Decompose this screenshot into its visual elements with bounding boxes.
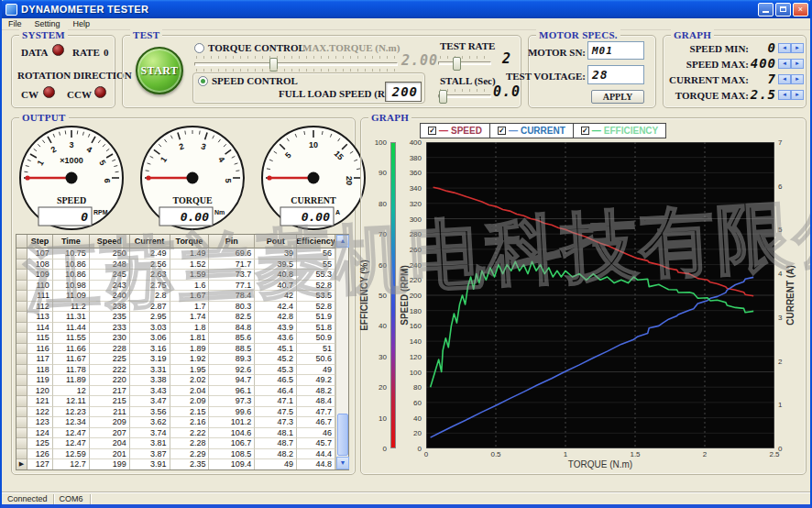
- table-row[interactable]: 11911.892203.382.0294.746.549.2: [16, 375, 335, 386]
- table-cell: 12.47: [53, 428, 90, 439]
- legend-item-current[interactable]: ✓—CURRENT: [490, 124, 574, 138]
- row-selector[interactable]: [16, 354, 27, 365]
- row-selector[interactable]: [16, 312, 27, 323]
- scroll-down-button[interactable]: ▼: [336, 457, 349, 469]
- table-row[interactable]: 11611.662283.161.8988.545.151: [16, 344, 335, 355]
- row-selector[interactable]: [16, 428, 27, 439]
- spin-left-button[interactable]: ◄: [778, 74, 791, 84]
- row-selector[interactable]: [16, 344, 27, 355]
- row-selector[interactable]: [16, 248, 27, 260]
- table-row[interactable]: 120122173.432.0496.146.448.2: [16, 386, 335, 397]
- spin-right-button[interactable]: ►: [791, 59, 804, 69]
- table-cell: 3.03: [130, 323, 170, 334]
- row-selector[interactable]: [16, 260, 27, 271]
- row-selector[interactable]: [16, 375, 27, 386]
- row-selector[interactable]: [16, 396, 27, 407]
- test-voltage-input[interactable]: 28: [587, 65, 644, 84]
- table-row[interactable]: 11010.982432.751.677.140.752.8: [16, 281, 335, 292]
- legend-checkbox[interactable]: ✓: [581, 127, 589, 135]
- table-scrollbar[interactable]: ▲ ▼: [335, 235, 348, 469]
- table-cell: 53.5: [297, 291, 335, 302]
- row-selector[interactable]: [16, 449, 27, 460]
- menu-help[interactable]: Help: [67, 19, 97, 28]
- close-button[interactable]: ×: [793, 3, 808, 17]
- scrollbar-thumb[interactable]: [337, 414, 348, 456]
- minimize-button[interactable]: [758, 3, 774, 17]
- speed-gauge: 123456×1000SPEED0RPM: [17, 124, 126, 232]
- table-row[interactable]: 11311.312352.951.7482.542.851.9: [16, 312, 335, 323]
- title-bar[interactable]: DYNAMOMETER TESTER ×: [0, 0, 812, 18]
- column-header: Current: [130, 235, 170, 248]
- row-selector[interactable]: [16, 302, 27, 313]
- table-cell: 84.8: [209, 323, 255, 334]
- legend-checkbox[interactable]: ✓: [498, 127, 506, 135]
- spin-left-button[interactable]: ◄: [778, 43, 791, 53]
- speed-control-radio[interactable]: [198, 76, 208, 86]
- legend-checkbox[interactable]: ✓: [428, 127, 436, 135]
- table-row[interactable]: 10710.752502.491.4969.63956: [16, 248, 335, 260]
- row-selector[interactable]: [16, 438, 27, 449]
- table-row[interactable]: 12212.232113.562.1599.647.547.7: [16, 407, 335, 418]
- scroll-up-button[interactable]: ▲: [336, 235, 349, 248]
- table-row[interactable]: 11111.092402.81.6778.44253.5: [16, 291, 335, 302]
- table-row[interactable]: 12412.472073.742.22104.648.146: [16, 428, 335, 439]
- restore-button[interactable]: [775, 3, 791, 17]
- row-selector[interactable]: [16, 291, 27, 302]
- apply-button[interactable]: APPLY: [591, 90, 644, 104]
- spin-right-button[interactable]: ►: [791, 43, 804, 53]
- stall-slider-thumb[interactable]: [439, 90, 447, 104]
- table-row[interactable]: 11211.22382.871.780.342.452.8: [16, 302, 335, 313]
- table-cell: 199: [90, 459, 130, 469]
- table-row[interactable]: 11811.782223.311.9592.645.349: [16, 365, 335, 376]
- spin-right-button[interactable]: ►: [791, 90, 804, 100]
- table-cell: 11.67: [53, 354, 90, 365]
- test-rate-slider-thumb[interactable]: [453, 57, 461, 71]
- table-cell: 51.9: [297, 312, 335, 323]
- spin-left-button[interactable]: ◄: [778, 59, 791, 69]
- table-row[interactable]: 11711.672253.191.9289.345.250.6: [16, 354, 335, 365]
- legend-line-swatch: —: [509, 126, 518, 136]
- table-row[interactable]: 12512.472043.812.28106.748.745.7: [16, 438, 335, 449]
- row-selector[interactable]: [16, 281, 27, 292]
- row-selector[interactable]: [16, 235, 27, 248]
- table-row[interactable]: 12312.342093.622.16101.247.346.7: [16, 417, 335, 428]
- table-cell: 3.62: [130, 417, 170, 428]
- row-selector[interactable]: [16, 407, 27, 418]
- table-cell: 50.9: [297, 333, 335, 344]
- table-row[interactable]: 10810.862482.561.5271.739.555: [16, 260, 335, 271]
- table-row[interactable]: 11411.442333.031.884.843.951.8: [16, 323, 335, 334]
- motor-sn-input[interactable]: M01: [587, 41, 644, 60]
- legend-item-speed[interactable]: ✓—SPEED: [421, 124, 490, 138]
- table-cell: 2.56: [130, 260, 170, 271]
- torque-control-label: TORQUE CONTROL: [208, 42, 305, 53]
- system-panel-title: SYSTEM: [19, 29, 68, 40]
- row-selector[interactable]: [16, 365, 27, 376]
- max-torque-slider[interactable]: [194, 56, 398, 72]
- table-row[interactable]: 12612.592013.872.29108.548.244.4: [16, 449, 335, 460]
- table-cell: 3.19: [130, 354, 170, 365]
- table-row[interactable]: ▶12712.71993.912.35109.44944.8: [16, 459, 335, 469]
- table-cell: 51.8: [297, 323, 335, 334]
- menu-setting[interactable]: Setting: [28, 19, 67, 28]
- table-cell: 109: [27, 270, 53, 281]
- start-button[interactable]: START: [136, 47, 183, 94]
- spin-left-button[interactable]: ◄: [778, 90, 791, 100]
- row-selector[interactable]: [16, 386, 27, 397]
- row-selector[interactable]: [16, 323, 27, 334]
- row-selector[interactable]: ▶: [16, 459, 27, 469]
- table-row[interactable]: 10910.862452.631.5973.740.855.3: [16, 270, 335, 281]
- table-row[interactable]: 12112.112153.472.0997.347.148.4: [16, 396, 335, 407]
- row-selector[interactable]: [16, 417, 27, 428]
- test-rate-slider[interactable]: [438, 56, 491, 70]
- stall-slider[interactable]: [438, 89, 491, 103]
- spin-right-button[interactable]: ►: [791, 74, 804, 84]
- menu-file[interactable]: File: [2, 19, 28, 28]
- torque-control-radio[interactable]: [194, 43, 204, 53]
- table-cell: 108.5: [209, 449, 255, 460]
- row-selector[interactable]: [16, 333, 27, 344]
- row-selector[interactable]: [16, 270, 27, 281]
- system-panel: SYSTEM DATA RATE 0 ROTATION DIRECTION CW…: [11, 35, 115, 108]
- legend-item-efficiency[interactable]: ✓—EFFICIENCY: [574, 124, 665, 138]
- table-row[interactable]: 11511.552303.061.8185.643.650.9: [16, 333, 335, 344]
- table-cell: 222: [90, 365, 130, 376]
